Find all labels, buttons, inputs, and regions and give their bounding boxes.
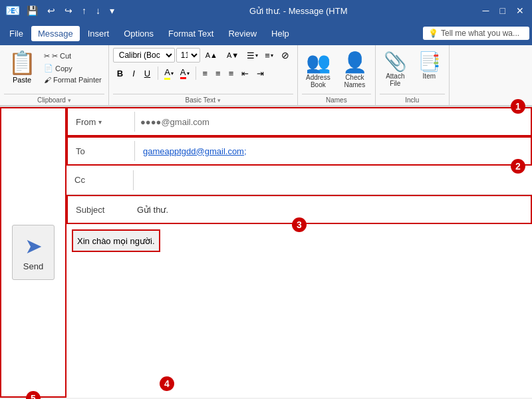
clipboard-label: Clipboard ▾ [4,94,104,105]
from-label: From ▾ [68,117,134,127]
cut-button[interactable]: ✂ ✂ Cut [41,51,104,62]
from-row: From ▾ ●●●●@gmail.com 1 [66,107,532,136]
check-names-icon: 👤 [342,51,367,74]
bold-button[interactable]: B [113,66,127,80]
menu-options[interactable]: Options [117,26,160,41]
grow-font-button[interactable]: A▲ [201,48,221,63]
cut-icon: ✂ [44,52,50,61]
field-separator3 [133,170,134,190]
redo-icon[interactable]: ↪ [62,5,75,16]
annotation-4: 4 [160,376,174,391]
paste-icon: 📋 [8,49,36,76]
more-icon[interactable]: ▾ [107,5,117,16]
font-color-dropdown[interactable]: ▾ [187,70,190,76]
save-icon[interactable]: 💾 [24,5,41,16]
basic-text-inner: Calibri (Boc 11 A▲ A▼ ☰▾ ≡▾ ⊘ B [113,48,293,80]
format-clear-button[interactable]: ⊘ [277,48,293,63]
font-color-button[interactable]: A ▾ [178,66,192,80]
basic-text-body: Calibri (Boc 11 A▲ A▼ ☰▾ ≡▾ ⊘ B [113,48,293,91]
names-body: 👥 AddressBook 👤 CheckNames [302,48,371,91]
check-names-button[interactable]: 👤 CheckNames [338,48,371,91]
names-inner: 👥 AddressBook 👤 CheckNames [302,48,371,91]
shrink-font-button[interactable]: A▼ [223,48,243,63]
separator2 [196,66,196,80]
copy-button[interactable]: 📄 Copy [41,63,104,74]
field-separator2 [134,141,135,161]
basic-text-label: Basic Text ▾ [113,94,293,105]
separator1 [158,66,158,80]
up-icon[interactable]: ↑ [79,5,89,16]
highlight-button[interactable]: A ▾ [162,66,176,80]
basic-text-expand-icon[interactable]: ▾ [217,97,221,104]
close-btn[interactable]: ✕ [513,5,527,16]
menu-insert[interactable]: Insert [81,26,116,41]
copy-icon: 📄 [44,64,53,72]
attach-file-button[interactable]: 📎 AttachFile [380,48,411,90]
search-placeholder: Tell me what you wa... [441,29,519,38]
from-email: ●●●●@gmail.com [140,117,209,127]
menu-file[interactable]: File [3,26,30,41]
to-input[interactable] [140,141,531,162]
minimize-btn[interactable]: ─ [480,5,492,16]
address-book-label: AddressBook [306,74,331,88]
attach-item-label: Item [423,72,436,80]
clipboard-group: 📋 Paste ✂ ✂ Cut 📄 Copy 🖌 [0,45,109,105]
font-family-select[interactable]: Calibri (Boc [113,48,175,63]
attach-file-label: AttachFile [386,72,404,87]
send-button[interactable]: ➤ Send [12,225,55,280]
search-box[interactable]: 💡 Tell me what you wa... [423,27,529,40]
include-group: 📎 AttachFile 📑 Item Inclu [376,45,450,105]
cc-label: Cc [66,175,133,185]
menu-message[interactable]: Message [31,26,80,41]
from-dropdown[interactable]: ▾ [98,118,102,126]
email-fields: From ▾ ●●●●@gmail.com 1 To 2 Cc [66,107,532,398]
decrease-indent-button[interactable]: ⇤ [238,66,252,80]
undo-icon[interactable]: ↩ [45,5,58,16]
align-right-button[interactable]: ≡ [225,66,237,80]
body-container: Xin chào mọi người. 4 [66,224,532,398]
attach-item-button[interactable]: 📑 Item [414,48,445,90]
clipboard-inner: 📋 Paste ✂ ✂ Cut 📄 Copy 🖌 [4,48,104,85]
clipboard-expand-icon[interactable]: ▾ [68,97,71,104]
align-center-button[interactable]: ≡ [212,66,224,80]
subject-row: Subject 3 [66,195,532,224]
names-group: 👥 AddressBook 👤 CheckNames Names [298,45,376,105]
italic-button[interactable]: I [128,66,139,80]
align-left-button[interactable]: ≡ [200,66,211,80]
format-painter-button[interactable]: 🖌 Format Painter [41,74,104,85]
lightbulb-icon: 💡 [428,29,438,38]
field-separator [134,112,135,132]
menu-help[interactable]: Help [265,26,296,41]
annotation-2: 2 [511,159,525,174]
subject-label: Subject [68,205,134,215]
window-title: Gửi thư. - Message (HTM [117,6,480,16]
outlook-icon: 📧 [5,3,20,18]
underline-button[interactable]: U [140,66,154,80]
font-size-select[interactable]: 11 [176,48,200,63]
menu-format-text[interactable]: Format Text [162,26,220,41]
send-label: Send [23,261,43,271]
include-inner: 📎 AttachFile 📑 Item [380,48,445,90]
paste-button[interactable]: 📋 Paste [4,48,40,85]
copy-label: Copy [55,65,72,72]
body-text: Xin chào mọi người. [77,236,155,246]
subject-input[interactable] [134,200,531,220]
address-book-button[interactable]: 👥 AddressBook [302,48,334,91]
paste-label: Paste [13,76,31,84]
title-bar: 📧 💾 ↩ ↪ ↑ ↓ ▾ Gửi thư. - Message (HTM ─ … [0,0,532,21]
bullets-button[interactable]: ☰▾ [244,48,261,63]
down-icon[interactable]: ↓ [93,5,103,16]
increase-indent-button[interactable]: ⇥ [253,66,267,80]
annotation-1: 1 [511,99,525,114]
cc-input[interactable] [139,170,532,190]
paperclip-icon: 📎 [384,51,407,72]
highlight-dropdown[interactable]: ▾ [171,70,174,76]
include-label: Inclu [380,94,445,105]
maximize-btn[interactable]: □ [497,5,508,16]
menu-review[interactable]: Review [221,26,263,41]
cut-copy-format-group: ✂ ✂ Cut 📄 Copy 🖌 Format Painter [41,48,104,85]
numbering-button[interactable]: ≡▾ [262,48,276,63]
annotation-3: 3 [292,217,307,232]
annotation-5: 5 [26,391,41,399]
names-label: Names [302,94,371,105]
